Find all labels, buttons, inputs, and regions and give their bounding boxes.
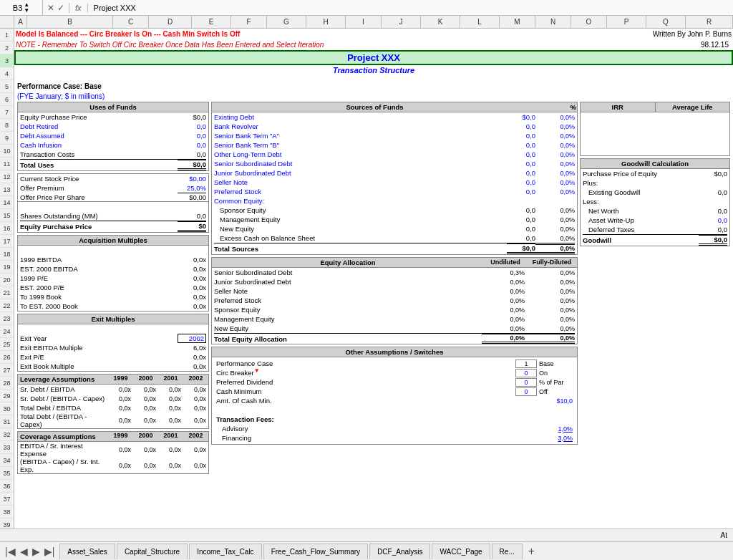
title-row[interactable]: Project XXX — [14, 50, 733, 65]
col-header-r[interactable]: R — [686, 16, 733, 28]
preferred-stock-val[interactable]: 0,0 — [507, 188, 535, 195]
sr-bank-term-b-val[interactable]: 0,0 — [507, 141, 535, 149]
sr-bank-term-b-row[interactable]: Senior Bank Term "B" 0,0 0,0% — [212, 140, 577, 150]
shares-outstanding-val[interactable]: 0,0 — [178, 212, 206, 220]
ebitda-sr-int-99[interactable]: 0,0x — [106, 446, 131, 453]
eq-new-row[interactable]: New Equity 0,0% 0,0% — [212, 324, 577, 333]
amt-cash-min-val[interactable]: $10,0 — [515, 397, 573, 405]
eq-sponsor-row[interactable]: Sponsor Equity 0,0% 0,0% — [212, 305, 577, 314]
eq-seller-note-diluted[interactable]: 0,0% — [525, 288, 575, 295]
equity-purchase-price2-val[interactable]: $0 — [178, 221, 206, 232]
offer-price-row[interactable]: Offer Price Per Share $0,00 — [18, 193, 208, 202]
seller-note-val[interactable]: 0,0 — [507, 178, 535, 186]
sr-debt-capex-01[interactable]: 0,0x — [156, 395, 181, 402]
sr-bank-term-a-row[interactable]: Senior Bank Term "A" 0,0 0,0% — [212, 131, 577, 140]
existing-debt-val[interactable]: $0,0 — [507, 113, 535, 121]
debt-retired-row[interactable]: Debt Retired 0,0 — [18, 122, 208, 131]
tab-income-tax-calc[interactable]: Income_Tax_Calc — [189, 544, 261, 559]
existing-goodwill-row[interactable]: Existing Goodwill 0,0 — [581, 188, 729, 197]
existing-debt-row[interactable]: Existing Debt $0,0 0,0% — [212, 112, 577, 122]
pref-div-val[interactable]: 0 — [515, 378, 537, 387]
equity-purchase-price-row[interactable]: Equity Purchase Price $0,0 — [18, 112, 208, 122]
tab-navigation[interactable]: |◀ ◀ ▶ ▶| — [0, 546, 59, 557]
cash-min-val[interactable]: 0 — [515, 387, 537, 396]
eq-jr-sub-diluted[interactable]: 0,0% — [525, 279, 575, 286]
col-header-a[interactable]: A — [14, 16, 27, 28]
eq-seller-note-undiluted[interactable]: 0,0% — [482, 288, 525, 295]
eq-new-diluted[interactable]: 0,0% — [525, 325, 575, 332]
offer-price-val[interactable]: $0,00 — [178, 193, 206, 201]
col-header-g[interactable]: G — [267, 16, 306, 28]
deferred-taxes-row[interactable]: Deferred Taxes 0,0 — [581, 225, 729, 234]
bank-revolver-row[interactable]: Bank Revolver 0,0 0,0% — [212, 122, 577, 131]
shares-outstanding-row[interactable]: Shares Outstanding (MM) 0,0 — [18, 211, 208, 221]
confirm-icon[interactable]: ✓ — [57, 3, 64, 13]
new-equity-val[interactable]: 0,0 — [507, 225, 535, 233]
exit-book-val[interactable]: 0,0x — [178, 362, 206, 370]
col-header-f[interactable]: F — [231, 16, 267, 28]
ebitda-capex-int-row[interactable]: (EBITDA - Capex) / Sr. Int. Exp. 0,0x 0,… — [18, 458, 208, 473]
total-debt-ebitda-00[interactable]: 0,0x — [131, 405, 156, 412]
tab-capital-structure[interactable]: Capital_Structure — [117, 544, 188, 559]
excess-cash-row[interactable]: Excess Cash on Balance Sheet 0,0 0,0% — [212, 233, 577, 243]
total-debt-capex-02[interactable]: 0,0x — [181, 417, 206, 424]
sr-sub-debt-row[interactable]: Senior Subordinated Debt 0,0 0,0% — [212, 159, 577, 168]
tab-first-btn[interactable]: |◀ — [3, 546, 18, 557]
sr-debt-ebitda-row[interactable]: Sr. Debt / EBITDA 0,0x 0,0x 0,0x 0,0x — [18, 385, 208, 394]
equity-purchase-price2-row[interactable]: Equity Purchase Price $0 — [18, 221, 208, 232]
total-equity-alloc-row[interactable]: Total Equity Allocation 0,0% 0,0% — [212, 334, 577, 344]
pe-2000-row[interactable]: EST. 2000 P/E 0,0x — [18, 283, 208, 292]
financing-row[interactable]: Financing 3,0% — [214, 433, 575, 443]
ebitda-sr-int-01[interactable]: 0,0x — [156, 446, 181, 453]
col-header-n[interactable]: N — [535, 16, 571, 28]
total-debt-capex-row[interactable]: Total Debt / (EBITDA - Capex) 0,0x 0,0x … — [18, 412, 208, 428]
eq-sr-sub-diluted[interactable]: 0,0% — [525, 269, 575, 276]
total-uses-row[interactable]: Total Uses $0,0 — [18, 160, 208, 170]
eq-sponsor-undiluted[interactable]: 0,0% — [482, 306, 525, 314]
net-worth-row[interactable]: Net Worth 0,0 — [581, 206, 729, 216]
exit-pe-row[interactable]: Exit P/E 0,0x — [18, 352, 208, 362]
tab-re[interactable]: Re... — [492, 544, 523, 559]
advisory-row[interactable]: Advisory 1,0% — [214, 424, 575, 433]
to-1999-book-row[interactable]: To 1999 Book 0,0x — [18, 292, 208, 301]
jr-sub-debt-val[interactable]: 0,0 — [507, 169, 535, 177]
sr-debt-capex-00[interactable]: 0,0x — [131, 395, 156, 402]
tab-wacc-page[interactable]: WACC_Page — [432, 544, 490, 559]
ebitda-capex-int-99[interactable]: 0,0x — [106, 462, 131, 469]
ebitda-1999-row[interactable]: 1999 EBITDA 0,0x — [18, 255, 208, 264]
eq-mgmt-undiluted[interactable]: 0,0% — [482, 316, 525, 323]
purchase-price-equity-val[interactable]: $0,0 — [699, 170, 727, 178]
col-header-e[interactable]: E — [192, 16, 231, 28]
sr-debt-capex-99[interactable]: 0,0x — [106, 395, 131, 402]
current-stock-val[interactable]: $0,00 — [178, 175, 206, 183]
purchase-price-equity-row[interactable]: Purchase Price of Equity $0,0 — [581, 169, 729, 178]
financing-val[interactable]: 3,0% — [544, 435, 573, 442]
asset-writeup-val[interactable]: 0,0 — [699, 216, 727, 224]
cell-ref-arrows[interactable]: ▲ ▼ — [24, 2, 29, 14]
new-equity-row[interactable]: New Equity 0,0 0,0% — [212, 224, 577, 233]
deferred-taxes-val[interactable]: 0,0 — [699, 226, 727, 233]
exit-ebitda-row[interactable]: Exit EBITDA Multiple 6,0x — [18, 343, 208, 352]
sr-debt-capex-02[interactable]: 0,0x — [181, 395, 206, 402]
tab-asset-sales[interactable]: Asset_Sales — [59, 544, 115, 559]
exit-year-row[interactable]: Exit Year 2002 — [18, 334, 208, 343]
total-debt-capex-99[interactable]: 0,0x — [106, 417, 131, 424]
net-worth-val[interactable]: 0,0 — [699, 207, 727, 215]
eq-mgmt-diluted[interactable]: 0,0% — [525, 316, 575, 323]
ebitda-1999-val[interactable]: 0,0x — [178, 256, 206, 264]
perf-case-switch-row[interactable]: Performance Case 1 Base — [214, 359, 575, 368]
advisory-val[interactable]: 1,0% — [544, 425, 573, 433]
pe-1999-val[interactable]: 0,0x — [178, 274, 206, 282]
cash-min-row[interactable]: Cash Minimum 0 Off — [214, 387, 575, 396]
col-header-d[interactable]: D — [149, 16, 192, 28]
eq-seller-note-row[interactable]: Seller Note 0,0% 0,0% — [212, 286, 577, 296]
existing-goodwill-val[interactable]: 0,0 — [699, 188, 727, 196]
cancel-icon[interactable]: ✕ — [47, 3, 54, 13]
col-header-i[interactable]: I — [346, 16, 382, 28]
total-debt-ebitda-99[interactable]: 0,0x — [106, 405, 131, 412]
equity-purchase-val[interactable]: $0,0 — [178, 113, 206, 121]
jr-sub-debt-row[interactable]: Junior Subordinated Debt 0,0 0,0% — [212, 168, 577, 178]
mgmt-equity-val[interactable]: 0,0 — [507, 216, 535, 223]
tab-next-btn[interactable]: ▶ — [30, 546, 42, 557]
total-equity-undiluted[interactable]: 0,0% — [482, 334, 525, 344]
